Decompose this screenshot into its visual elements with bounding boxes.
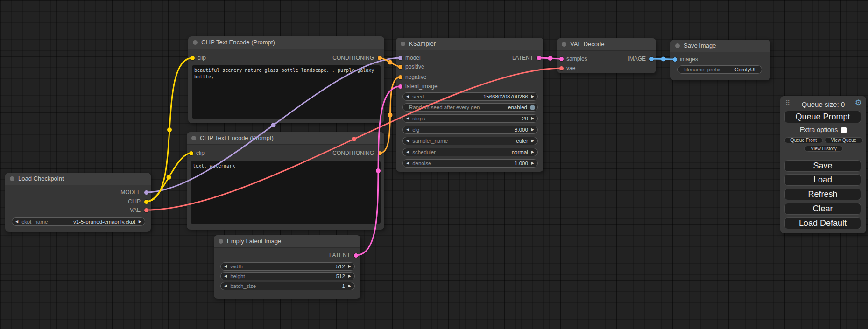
view-queue-button[interactable]: View Queue: [825, 137, 863, 143]
widget-random-seed-toggle[interactable]: Random seed after every gen enabled: [402, 103, 538, 112]
extra-options-label: Extra options: [800, 126, 838, 133]
decrement-arrow-icon[interactable]: ◀: [221, 273, 230, 280]
increment-arrow-icon[interactable]: ▶: [528, 160, 537, 167]
node-title-bar[interactable]: KSampler: [396, 38, 543, 50]
widget-batch-size[interactable]: ◀ batch_size 1 ▶: [220, 282, 355, 290]
decrement-arrow-icon[interactable]: ◀: [403, 93, 412, 100]
output-slot-model: MODEL: [120, 189, 141, 196]
collapse-dot-icon[interactable]: [219, 239, 223, 244]
prompt-textarea[interactable]: text, watermark: [191, 161, 381, 224]
decrement-arrow-icon[interactable]: ◀: [221, 282, 230, 290]
combo-right-arrow-icon[interactable]: ▶: [135, 218, 145, 225]
combo-right-arrow-icon[interactable]: ▶: [528, 148, 537, 156]
increment-arrow-icon[interactable]: ▶: [528, 115, 537, 122]
widget-value: 156680208700286: [424, 94, 528, 99]
refresh-button[interactable]: Refresh: [784, 189, 861, 200]
collapse-dot-icon[interactable]: [193, 40, 198, 45]
combo-left-arrow-icon[interactable]: ◀: [403, 137, 412, 145]
node-title-bar[interactable]: VAE Decode: [557, 38, 656, 51]
increment-arrow-icon[interactable]: ▶: [528, 126, 537, 133]
widget-steps[interactable]: ◀ steps 20 ▶: [402, 114, 538, 123]
widget-label: seed: [412, 94, 424, 99]
node-ksampler[interactable]: KSampler model positive negative latent_…: [396, 38, 543, 172]
input-port-latent-image[interactable]: [398, 84, 402, 89]
output-port-conditioning[interactable]: [378, 56, 382, 60]
widget-label: cfg: [412, 127, 419, 133]
increment-arrow-icon[interactable]: ▶: [345, 263, 354, 270]
output-port-clip[interactable]: [144, 200, 148, 204]
node-title-bar[interactable]: Load Checkpoint: [5, 173, 151, 185]
increment-arrow-icon[interactable]: ▶: [345, 282, 354, 290]
collapse-dot-icon[interactable]: [401, 42, 405, 46]
collapse-dot-icon[interactable]: [675, 43, 680, 48]
wire-clip-to-prompt-2: [146, 153, 191, 202]
widget-label: denoise: [412, 161, 431, 166]
combo-left-arrow-icon[interactable]: ◀: [12, 218, 21, 225]
widget-height[interactable]: ◀ height 512 ▶: [220, 272, 355, 280]
collapse-dot-icon[interactable]: [562, 42, 566, 47]
node-empty-latent-image[interactable]: Empty Latent Image LATENT ◀ width 512 ▶ …: [214, 235, 360, 299]
input-port-model[interactable]: [398, 56, 402, 60]
node-vae-decode[interactable]: VAE Decode samples vae IMAGE: [557, 38, 656, 73]
input-port-negative[interactable]: [398, 75, 402, 79]
node-clip-text-encode-positive[interactable]: CLIP Text Encode (Prompt) clip CONDITION…: [188, 36, 384, 123]
combo-left-arrow-icon[interactable]: ◀: [403, 148, 412, 156]
input-port-positive[interactable]: [398, 65, 402, 69]
output-port-latent[interactable]: [537, 56, 541, 60]
input-port-clip[interactable]: [189, 151, 193, 155]
input-port-samples[interactable]: [559, 57, 564, 61]
input-port-clip[interactable]: [191, 56, 195, 60]
widget-sampler-name[interactable]: ◀ sampler_name euler ▶: [402, 137, 538, 145]
clear-button[interactable]: Clear: [784, 203, 861, 215]
widget-filename-prefix[interactable]: filename_prefix ComfyUI: [677, 65, 762, 74]
widget-label: ckpt_name: [21, 219, 48, 224]
output-port-conditioning[interactable]: [378, 151, 382, 155]
node-title: CLIP Text Encode (Prompt): [200, 132, 274, 144]
decrement-arrow-icon[interactable]: ◀: [403, 115, 412, 122]
output-port-image[interactable]: [649, 57, 654, 61]
wire-clip-to-prompt-1: [146, 58, 193, 202]
node-title-bar[interactable]: CLIP Text Encode (Prompt): [188, 36, 384, 49]
widget-width[interactable]: ◀ width 512 ▶: [220, 262, 355, 271]
widget-denoise[interactable]: ◀ denoise 1.000 ▶: [402, 159, 538, 168]
input-port-vae[interactable]: [559, 66, 564, 70]
increment-arrow-icon[interactable]: ▶: [345, 273, 354, 280]
load-default-button[interactable]: Load Default: [784, 217, 861, 229]
settings-gear-icon[interactable]: ⚙: [855, 99, 862, 107]
node-save-image[interactable]: Save Image images filename_prefix ComfyU…: [670, 40, 770, 80]
collapse-dot-icon[interactable]: [191, 136, 196, 140]
output-port-vae[interactable]: [144, 208, 148, 212]
decrement-arrow-icon[interactable]: ◀: [403, 126, 412, 133]
output-port-model[interactable]: [144, 190, 148, 195]
node-load-checkpoint[interactable]: Load Checkpoint MODEL CLIP VAE ◀ ckpt_na…: [5, 173, 151, 232]
widget-ckpt-name[interactable]: ◀ ckpt_name v1-5-pruned-emaonly.ckpt ▶: [12, 217, 145, 226]
widget-label: scheduler: [412, 149, 436, 155]
widget-cfg[interactable]: ◀ cfg 8.000 ▶: [402, 126, 538, 134]
output-port-latent[interactable]: [354, 253, 358, 258]
decrement-arrow-icon[interactable]: ◀: [403, 160, 412, 167]
widget-scheduler[interactable]: ◀ scheduler normal ▶: [402, 148, 538, 156]
input-port-images[interactable]: [673, 57, 677, 62]
prompt-textarea[interactable]: beautiful scenery nature glass bottle la…: [192, 65, 381, 119]
queue-front-button[interactable]: Queue Front: [784, 137, 823, 143]
wire-midpoint-dot-clip-to-prompt-2: [167, 175, 171, 180]
decrement-arrow-icon[interactable]: ◀: [221, 263, 230, 270]
node-title-bar[interactable]: Save Image: [670, 40, 770, 52]
output-slot-vae: VAE: [130, 206, 141, 214]
queue-menu-panel: ⠿ Queue size: 0 ⚙ Queue Prompt Extra opt…: [780, 96, 866, 233]
increment-arrow-icon[interactable]: ▶: [528, 93, 537, 100]
collapse-dot-icon[interactable]: [10, 176, 14, 181]
view-history-button[interactable]: View History: [804, 146, 843, 152]
save-button[interactable]: Save: [784, 160, 861, 172]
queue-prompt-button[interactable]: Queue Prompt: [784, 111, 861, 123]
combo-right-arrow-icon[interactable]: ▶: [528, 137, 537, 145]
node-graph-canvas[interactable]: Load Checkpoint MODEL CLIP VAE ◀ ckpt_na…: [0, 0, 868, 329]
node-title-bar[interactable]: Empty Latent Image: [214, 235, 360, 248]
toggle-dot-icon[interactable]: [530, 105, 535, 110]
input-slot-clip: clip: [196, 149, 205, 157]
widget-seed[interactable]: ◀ seed 156680208700286 ▶: [402, 92, 538, 101]
extra-options-checkbox[interactable]: [841, 127, 847, 133]
node-clip-text-encode-negative[interactable]: CLIP Text Encode (Prompt) clip CONDITION…: [187, 132, 384, 230]
load-button[interactable]: Load: [784, 174, 861, 186]
node-title-bar[interactable]: CLIP Text Encode (Prompt): [187, 132, 384, 145]
